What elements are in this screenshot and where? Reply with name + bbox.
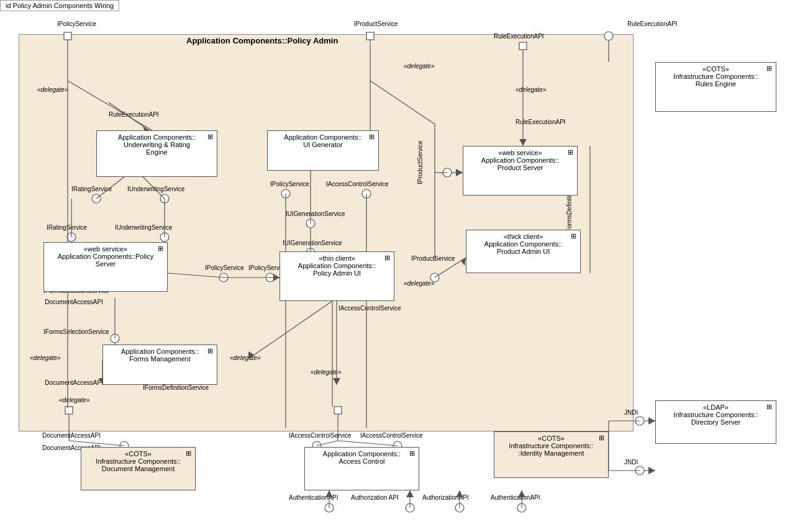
component-icon-product-ui: ⊞ xyxy=(568,232,578,241)
label-iuigenservice2: IUIGenerationService xyxy=(283,240,342,246)
label-iaccesscontrol-uigen: IAccessControlService xyxy=(326,181,389,187)
box-policy-admin-ui: ⊞ «thin client» Application Components::… xyxy=(279,251,394,301)
product-ui-name: Application Components::Product Admin UI xyxy=(469,240,578,255)
label-ipolicyservice-top: IPolicyService xyxy=(57,20,96,27)
label-docaccess3: DocumentAccessAPI xyxy=(42,432,101,439)
box-directory-server: ⊞ «LDAP» Infrastructure Components::Dire… xyxy=(655,400,776,444)
arrow-jndi1 xyxy=(648,417,655,425)
policy-ui-name: Application Components::Policy Admin UI xyxy=(283,262,391,277)
doc-name: Infrastructure Components::Document Mana… xyxy=(84,458,193,472)
label-authz1: Authorization API xyxy=(351,494,399,501)
label-iaccess1: IAccessControlService xyxy=(289,432,352,439)
label-delegate3: «delegate» xyxy=(516,86,547,93)
label-ipolicy-ps1: IPolicyService xyxy=(205,264,244,271)
label-auth2: AuthenticationAPI xyxy=(491,494,540,501)
arrow-product-server xyxy=(519,139,527,146)
box-product-admin-ui: ⊞ «thick client» Application Components:… xyxy=(466,230,581,273)
label-iproductservice-top: IProductService xyxy=(354,20,398,27)
box-underwriting: ⊞ Application Components::Underwriting &… xyxy=(96,130,217,177)
title-text: id Policy Admin Components Wiring xyxy=(6,2,114,9)
arrow-authz xyxy=(406,490,414,497)
component-icon-underwriting: ⊞ xyxy=(205,133,215,142)
interface-circle-rule-top xyxy=(604,32,613,40)
title-bar: id Policy Admin Components Wiring xyxy=(0,0,119,11)
component-icon-uigen: ⊞ xyxy=(366,133,376,142)
rules-stereotype: «COTS» xyxy=(658,65,773,73)
component-icon-policy-server: ⊞ xyxy=(155,245,165,253)
label-ruleexecution-top1: RuleExecutionAPI xyxy=(494,33,544,40)
label-iproduct-vert: IProductService xyxy=(417,140,424,184)
policy-server-name: Application Components::PolicyServer xyxy=(47,253,165,268)
label-iproductservice-mid: IProductService xyxy=(411,255,455,262)
label-delegate-bottom: «delegate» xyxy=(59,397,90,404)
label-delegate1: «delegate» xyxy=(37,86,68,93)
uigen-name: Application Components::UI Generator xyxy=(270,133,376,148)
label-iunwritingservice1: IUnderwritingService xyxy=(127,186,185,192)
line-iaccess2 xyxy=(338,441,398,446)
diagram-area: Application Components::Policy Admin IPo… xyxy=(0,0,795,532)
box-access-control: ⊞ Application Components::Access Control xyxy=(304,447,419,490)
interface-square-rule-top xyxy=(519,42,527,50)
component-icon-product-server: ⊞ xyxy=(565,148,575,157)
interface-square-policy-top xyxy=(64,32,71,40)
component-icon-rules: ⊞ xyxy=(764,65,774,73)
line-delegate-underwriting xyxy=(68,81,152,130)
label-jndi2: JNDI xyxy=(624,459,638,466)
line-iproduct-right xyxy=(370,81,435,124)
box-forms-management: ⊞ Application Components::Forms Manageme… xyxy=(102,345,217,385)
label-jndi1: JNDI xyxy=(624,409,638,416)
box-identity-management: ⊞ «COTS» Infrastructure Components:::Ide… xyxy=(494,431,609,478)
label-delegate-forms2: «delegate» xyxy=(230,354,261,361)
box-document-management: ⊞ «COTS» Infrastructure Components::Docu… xyxy=(81,447,196,490)
identity-stereotype: «COTS» xyxy=(497,435,606,442)
product-server-stereotype: «web service» xyxy=(466,149,575,156)
label-iaccess2: IAccessControlService xyxy=(360,432,423,439)
underwriting-name: Application Components::Underwriting & R… xyxy=(99,133,214,156)
arrow-jndi2 xyxy=(648,467,655,474)
component-icon-policy-ui: ⊞ xyxy=(382,254,392,263)
box-rules-engine: ⊞ «COTS» Infrastructure Components::Rule… xyxy=(655,62,776,112)
label-ruleexecution-left: RuleExecutionAPI xyxy=(109,111,159,118)
component-icon-directory: ⊞ xyxy=(764,403,774,412)
label-docaccess1: DocumentAccessAPI xyxy=(45,299,103,305)
policy-server-stereotype: «web service» xyxy=(47,245,165,253)
directory-name: Infrastructure Components::Directory Ser… xyxy=(658,411,773,426)
label-delegate2: «delegate» xyxy=(404,63,435,70)
component-icon-forms: ⊞ xyxy=(205,347,215,356)
label-delegate-right: «delegate» xyxy=(404,280,435,287)
arrow-ipolicy-to-ui xyxy=(273,274,279,281)
label-iforms-def1: IFormsDefinitionService xyxy=(143,384,209,391)
label-iaccess-ui: IAccessControlService xyxy=(338,305,401,312)
product-ui-stereotype: «thick client» xyxy=(469,233,578,240)
forms-name: Application Components::Forms Management xyxy=(106,348,214,363)
interface-square-product-top xyxy=(366,32,374,40)
label-iunwritingservice2: IUnderwritingService xyxy=(115,224,173,231)
component-icon-access: ⊞ xyxy=(407,449,417,458)
interface-square-bottom-left xyxy=(65,407,73,414)
box-policy-server: ⊞ «web service» Application Components::… xyxy=(43,242,168,292)
arrow-iaccess-ui xyxy=(333,378,340,385)
label-iratingservice2: IRatingService xyxy=(47,224,87,231)
component-icon-identity: ⊞ xyxy=(596,434,606,443)
directory-stereotype: «LDAP» xyxy=(658,404,773,411)
label-ruleexecution-top2: RuleExecutionAPI xyxy=(627,20,678,27)
label-iuigenservice1: IUIGenerationService xyxy=(286,210,345,217)
box-ui-generator: ⊞ Application Components::UI Generator xyxy=(267,130,379,171)
label-docaccess2: DocumentAccessAPI xyxy=(45,379,103,386)
component-icon-doc: ⊞ xyxy=(183,449,193,458)
product-server-name: Application Components::Product Server xyxy=(466,156,575,171)
doc-stereotype: «COTS» xyxy=(84,450,193,458)
arrow-iproduct-ps xyxy=(456,169,463,176)
line-policy-connect xyxy=(168,273,224,277)
label-ipolicyservice-uigen: IPolicyService xyxy=(270,181,309,187)
label-iforms-sel2: IFormsSelectionService xyxy=(43,328,109,335)
rules-name: Infrastructure Components::Rules Engine xyxy=(658,73,773,88)
identity-name: Infrastructure Components:::Identity Man… xyxy=(497,442,606,457)
policy-ui-stereotype: «thin client» xyxy=(283,255,391,262)
line-ui-forms xyxy=(248,301,332,359)
interface-square-bottom-center xyxy=(334,407,342,414)
box-product-server: ⊞ «web service» Application Components::… xyxy=(463,146,578,196)
label-delegate-forms: «delegate» xyxy=(30,354,61,361)
access-name: Application Components::Access Control xyxy=(307,450,416,465)
